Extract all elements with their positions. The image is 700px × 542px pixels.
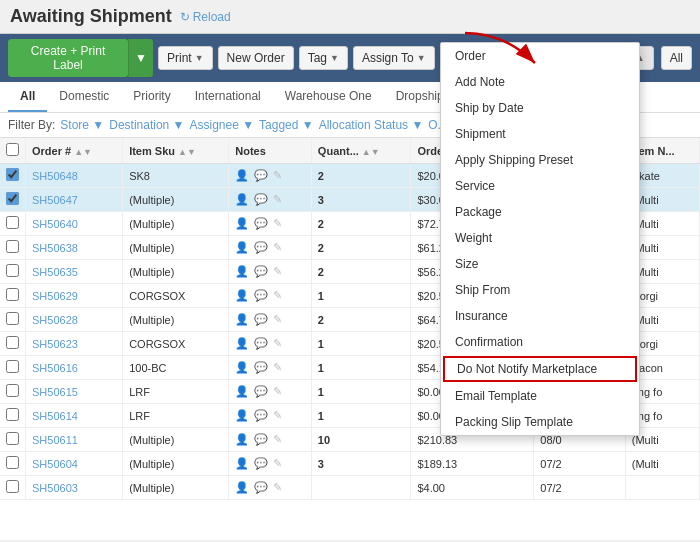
row-order-id[interactable]: SH50623 bbox=[26, 332, 123, 356]
row-checkbox[interactable] bbox=[6, 336, 19, 349]
select-all-checkbox[interactable] bbox=[6, 143, 19, 156]
notes-chat-icon: 💬 bbox=[254, 409, 268, 421]
row-checkbox-cell[interactable] bbox=[0, 188, 26, 212]
order-link[interactable]: SH50604 bbox=[32, 458, 78, 470]
row-order-id[interactable]: SH50603 bbox=[26, 476, 123, 500]
create-print-button[interactable]: Create + Print Label bbox=[8, 39, 128, 77]
row-checkbox[interactable] bbox=[6, 192, 19, 205]
dropdown-item-confirmation[interactable]: Confirmation bbox=[441, 329, 639, 355]
tab-domestic[interactable]: Domestic bbox=[47, 82, 121, 112]
dropdown-item-packing-slip-template[interactable]: Packing Slip Template bbox=[441, 409, 639, 435]
row-checkbox-cell[interactable] bbox=[0, 284, 26, 308]
col-qty[interactable]: Quant... ▲▼ bbox=[311, 138, 411, 164]
row-checkbox[interactable] bbox=[6, 384, 19, 397]
filter-store[interactable]: Store ▼ bbox=[60, 118, 104, 132]
dropdown-item-email-template[interactable]: Email Template bbox=[441, 383, 639, 409]
row-order-id[interactable]: SH50628 bbox=[26, 308, 123, 332]
row-notes: 👤 💬 ✎ bbox=[229, 164, 312, 188]
row-checkbox[interactable] bbox=[6, 216, 19, 229]
dropdown-item-ship-from[interactable]: Ship From bbox=[441, 277, 639, 303]
order-link[interactable]: SH50611 bbox=[32, 434, 78, 446]
dropdown-item-weight[interactable]: Weight bbox=[441, 225, 639, 251]
row-order-id[interactable]: SH50640 bbox=[26, 212, 123, 236]
row-order-id[interactable]: SH50611 bbox=[26, 428, 123, 452]
filter-tagged[interactable]: Tagged ▼ bbox=[259, 118, 314, 132]
row-checkbox-cell[interactable] bbox=[0, 212, 26, 236]
col-notes[interactable]: Notes bbox=[229, 138, 312, 164]
order-link[interactable]: SH50647 bbox=[32, 194, 78, 206]
notes-chat-icon: 💬 bbox=[254, 313, 268, 325]
order-link[interactable]: SH50638 bbox=[32, 242, 78, 254]
row-order-id[interactable]: SH50629 bbox=[26, 284, 123, 308]
tag-button[interactable]: Tag ▼ bbox=[299, 46, 348, 70]
row-order-id[interactable]: SH50635 bbox=[26, 260, 123, 284]
row-checkbox[interactable] bbox=[6, 240, 19, 253]
order-link[interactable]: SH50640 bbox=[32, 218, 78, 230]
row-checkbox[interactable] bbox=[6, 168, 19, 181]
row-checkbox[interactable] bbox=[6, 264, 19, 277]
tab-warehouse-one[interactable]: Warehouse One bbox=[273, 82, 384, 112]
row-checkbox-cell[interactable] bbox=[0, 428, 26, 452]
dropdown-item-insurance[interactable]: Insurance bbox=[441, 303, 639, 329]
row-order-id[interactable]: SH50604 bbox=[26, 452, 123, 476]
notes-person-icon: 👤 bbox=[235, 217, 249, 229]
row-order-id[interactable]: SH50647 bbox=[26, 188, 123, 212]
filter-allocation-status[interactable]: Allocation Status ▼ bbox=[319, 118, 424, 132]
row-checkbox-cell[interactable] bbox=[0, 476, 26, 500]
order-link[interactable]: SH50635 bbox=[32, 266, 78, 278]
dropdown-item-order[interactable]: Order bbox=[441, 43, 639, 69]
row-order-id[interactable]: SH50615 bbox=[26, 380, 123, 404]
row-checkbox[interactable] bbox=[6, 408, 19, 421]
reload-link[interactable]: ↻ Reload bbox=[180, 10, 231, 24]
order-link[interactable]: SH50616 bbox=[32, 362, 78, 374]
order-link[interactable]: SH50629 bbox=[32, 290, 78, 302]
row-checkbox-cell[interactable] bbox=[0, 380, 26, 404]
row-notes: 👤 💬 ✎ bbox=[229, 380, 312, 404]
col-sku[interactable]: Item Sku ▲▼ bbox=[123, 138, 229, 164]
row-order-id[interactable]: SH50648 bbox=[26, 164, 123, 188]
row-checkbox-cell[interactable] bbox=[0, 332, 26, 356]
row-checkbox-cell[interactable] bbox=[0, 308, 26, 332]
row-checkbox-cell[interactable] bbox=[0, 356, 26, 380]
tab-all[interactable]: All bbox=[8, 82, 47, 112]
order-link[interactable]: SH50603 bbox=[32, 482, 78, 494]
order-link[interactable]: SH50615 bbox=[32, 386, 78, 398]
order-link[interactable]: SH50614 bbox=[32, 410, 78, 422]
print-button[interactable]: Print ▼ bbox=[158, 46, 213, 70]
row-checkbox-cell[interactable] bbox=[0, 164, 26, 188]
order-link[interactable]: SH50623 bbox=[32, 338, 78, 350]
dropdown-item-package[interactable]: Package bbox=[441, 199, 639, 225]
order-link[interactable]: SH50628 bbox=[32, 314, 78, 326]
dropdown-item-service[interactable]: Service bbox=[441, 173, 639, 199]
filter-assignee[interactable]: Assignee ▼ bbox=[190, 118, 255, 132]
row-checkbox-cell[interactable] bbox=[0, 236, 26, 260]
dropdown-item-shipment[interactable]: Shipment bbox=[441, 121, 639, 147]
row-order-id[interactable]: SH50614 bbox=[26, 404, 123, 428]
select-all-col[interactable] bbox=[0, 138, 26, 164]
row-checkbox-cell[interactable] bbox=[0, 404, 26, 428]
row-checkbox-cell[interactable] bbox=[0, 260, 26, 284]
row-checkbox[interactable] bbox=[6, 432, 19, 445]
row-order-id[interactable]: SH50638 bbox=[26, 236, 123, 260]
order-link[interactable]: SH50648 bbox=[32, 170, 78, 182]
new-order-button[interactable]: New Order bbox=[218, 46, 294, 70]
row-checkbox[interactable] bbox=[6, 288, 19, 301]
row-order-id[interactable]: SH50616 bbox=[26, 356, 123, 380]
dropdown-item-do-not-notify-marketplace[interactable]: Do Not Notify Marketplace bbox=[443, 356, 637, 382]
row-checkbox[interactable] bbox=[6, 480, 19, 493]
row-checkbox[interactable] bbox=[6, 312, 19, 325]
row-checkbox[interactable] bbox=[6, 360, 19, 373]
dropdown-item-apply-shipping-preset[interactable]: Apply Shipping Preset bbox=[441, 147, 639, 173]
row-checkbox[interactable] bbox=[6, 456, 19, 469]
dropdown-item-size[interactable]: Size bbox=[441, 251, 639, 277]
all-button[interactable]: All bbox=[661, 46, 692, 70]
filter-destination[interactable]: Destination ▼ bbox=[109, 118, 184, 132]
create-print-dropdown-button[interactable]: ▼ bbox=[128, 39, 153, 77]
assign-to-button[interactable]: Assign To ▼ bbox=[353, 46, 435, 70]
tab-priority[interactable]: Priority bbox=[121, 82, 182, 112]
tab-international[interactable]: International bbox=[183, 82, 273, 112]
dropdown-item-ship-by-date[interactable]: Ship by Date bbox=[441, 95, 639, 121]
col-order[interactable]: Order # ▲▼ bbox=[26, 138, 123, 164]
row-checkbox-cell[interactable] bbox=[0, 452, 26, 476]
dropdown-item-add-note[interactable]: Add Note bbox=[441, 69, 639, 95]
